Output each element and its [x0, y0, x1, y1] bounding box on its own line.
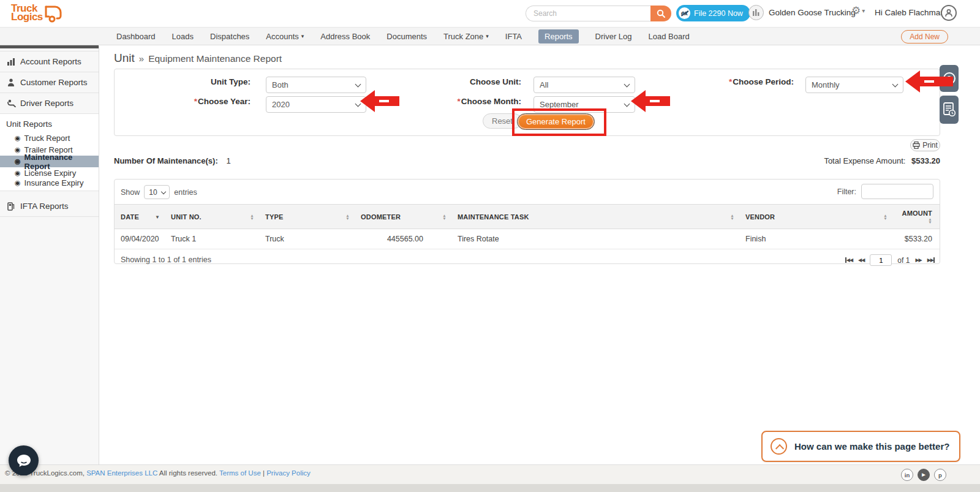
- previous-page-button[interactable]: ◀◀: [858, 257, 864, 263]
- nav-accounts[interactable]: Accounts▾: [266, 32, 304, 41]
- cell-vendor: Finish: [739, 229, 892, 249]
- nav-dashboard[interactable]: Dashboard: [116, 32, 156, 41]
- top-header: Truck Logics ex File 2290 Now: [0, 0, 980, 27]
- cell-unit-no: Truck 1: [165, 229, 259, 249]
- nav-driver-log[interactable]: Driver Log: [595, 32, 632, 41]
- page-number-input[interactable]: [870, 254, 892, 266]
- choose-year-select-wrap: 2020: [266, 96, 366, 113]
- show-label: Show: [121, 188, 140, 197]
- linkedin-icon[interactable]: in: [901, 469, 913, 481]
- page-footer: © 2021 TruckLogics.com, SPAN Enterprises…: [0, 464, 980, 484]
- company-name: Golden Goose Trucking: [769, 8, 856, 17]
- table-controls: Show 10 entries Filter:: [115, 180, 940, 204]
- privacy-policy-link[interactable]: Privacy Policy: [266, 469, 311, 477]
- column-header-date[interactable]: DATE▼: [115, 205, 165, 229]
- settings-menu[interactable]: ⚙ ▾: [851, 6, 865, 16]
- column-header-amount[interactable]: AMOUNT▲▼: [892, 205, 940, 229]
- add-new-button[interactable]: Add New: [901, 30, 948, 44]
- filter-input[interactable]: [861, 184, 933, 199]
- sidebar-item-maintenance-report[interactable]: ◉ Maintenance Report: [0, 156, 99, 167]
- unit-type-label: Unit Type:: [211, 77, 251, 86]
- nav-documents[interactable]: Documents: [386, 32, 427, 41]
- annotation-arrow-choose-month: [631, 90, 670, 112]
- span-enterprises-link[interactable]: SPAN Enterprises LLC: [86, 469, 157, 477]
- choose-period-label: Choose Period:: [733, 77, 794, 86]
- total-expense-label: Total Expense Amount:: [824, 156, 905, 165]
- generate-report-button[interactable]: Generate Report: [517, 113, 595, 130]
- user-avatar[interactable]: [941, 5, 957, 21]
- column-header-odometer[interactable]: ODOMETER▲▼: [355, 205, 451, 229]
- trucklogics-logo[interactable]: Truck Logics: [11, 2, 64, 24]
- chat-widget-button[interactable]: [9, 445, 39, 475]
- column-header-vendor[interactable]: VENDOR▲▼: [739, 205, 892, 229]
- file-2290-button[interactable]: ex File 2290 Now: [676, 5, 750, 21]
- next-page-button[interactable]: ▶▶: [915, 257, 921, 263]
- sidebar-item-truck-report[interactable]: ◉ Truck Report: [0, 132, 99, 144]
- table-filter: Filter:: [837, 184, 933, 199]
- sidebar-item-insurance-expiry[interactable]: ◉ Insurance Expiry: [0, 179, 99, 191]
- nav-items: Dashboard Loads Dispatches Accounts▾ Add…: [0, 29, 690, 44]
- breadcrumb: Unit » Equipment Maintenance Report: [114, 51, 282, 65]
- showing-info: Showing 1 to 1 of 1 entries: [121, 255, 211, 264]
- printer-icon: [913, 142, 920, 149]
- sidebar-item-driver-reports[interactable]: Driver Reports: [0, 93, 99, 114]
- nav-dispatches[interactable]: Dispatches: [210, 32, 249, 41]
- nav-truck-zone[interactable]: Truck Zone▾: [443, 32, 489, 41]
- sort-icon: ▲▼: [883, 214, 888, 220]
- choose-unit-select[interactable]: All: [533, 77, 635, 93]
- sidebar-item-ifta-reports[interactable]: IFTA Reports: [0, 196, 99, 217]
- annotation-arrow-choose-year: [360, 90, 399, 112]
- sort-icon: ▲▼: [928, 218, 932, 224]
- nav-address-book[interactable]: Address Book: [320, 32, 370, 41]
- table-row[interactable]: 09/04/2020 Truck 1 Truck 445565.00 Tires…: [115, 229, 940, 249]
- unit-type-select[interactable]: Both: [266, 77, 366, 93]
- nav-loads[interactable]: Loads: [172, 32, 194, 41]
- gear-icon: ⚙: [851, 6, 861, 16]
- chevron-up-icon: [771, 438, 787, 455]
- search-button[interactable]: [650, 6, 671, 21]
- print-button[interactable]: Print: [910, 139, 940, 151]
- page-size-select-wrap: 10: [144, 185, 170, 199]
- chat-bubble-icon: [16, 453, 32, 468]
- sidebar-label: IFTA Reports: [20, 202, 69, 211]
- footer-text: © 2021 TruckLogics.com, SPAN Enterprises…: [5, 469, 311, 477]
- unit-type-select-wrap: Both: [266, 77, 366, 93]
- company-switcher[interactable]: Golden Goose Trucking: [748, 5, 856, 20]
- choose-year-select[interactable]: 2020: [266, 96, 366, 113]
- user-greeting[interactable]: Hi Caleb Flachman: [875, 8, 945, 17]
- feedback-banner[interactable]: How can we make this page better?: [761, 431, 960, 462]
- sort-desc-icon: ▼: [155, 214, 160, 220]
- first-page-button[interactable]: ◀◀: [845, 257, 853, 263]
- column-header-unit-no[interactable]: UNIT NO.▲▼: [165, 205, 259, 229]
- last-page-button[interactable]: ▶▶: [927, 257, 935, 263]
- sidebar-section-unit-reports: Unit Reports ◉ Truck Report ◉ Trailer Re…: [0, 114, 99, 191]
- bullet-icon: ◉: [15, 135, 21, 142]
- column-header-maintenance-task[interactable]: MAINTENANCE TASK▲▼: [451, 205, 739, 229]
- footer-bottom-strip: [0, 484, 980, 492]
- print-label: Print: [922, 141, 938, 149]
- feedback-text: How can we make this page better?: [794, 441, 949, 452]
- youtube-icon[interactable]: ▶: [918, 469, 930, 481]
- sidebar-item-customer-reports[interactable]: Customer Reports: [0, 72, 99, 93]
- bullet-icon: ◉: [15, 146, 21, 153]
- page-title: Unit: [114, 51, 135, 65]
- choose-unit-select-wrap: All: [533, 77, 635, 93]
- nav-ifta[interactable]: IFTA: [505, 32, 522, 41]
- required-marker: *: [194, 97, 197, 106]
- search-input[interactable]: [526, 6, 650, 21]
- unit-type-label-wrap: Unit Type:: [115, 77, 251, 86]
- pinterest-icon[interactable]: p: [934, 469, 946, 481]
- report-history-button[interactable]: [940, 96, 959, 124]
- footer-separator: |: [263, 469, 265, 477]
- page-size-select[interactable]: 10: [144, 185, 170, 199]
- sidebar-item-unit-reports[interactable]: Unit Reports: [0, 114, 99, 132]
- nav-reports-active[interactable]: Reports: [538, 29, 579, 44]
- sidebar-item-account-reports[interactable]: Account Reports: [0, 51, 99, 72]
- choose-period-select[interactable]: Monthly: [805, 77, 903, 93]
- global-search: [526, 6, 671, 21]
- sort-icon: ▲▼: [730, 214, 734, 220]
- terms-of-use-link[interactable]: Terms of Use: [219, 469, 261, 477]
- column-header-type[interactable]: TYPE▲▼: [259, 205, 355, 229]
- customer-icon: [6, 78, 16, 87]
- nav-load-board[interactable]: Load Board: [649, 32, 690, 41]
